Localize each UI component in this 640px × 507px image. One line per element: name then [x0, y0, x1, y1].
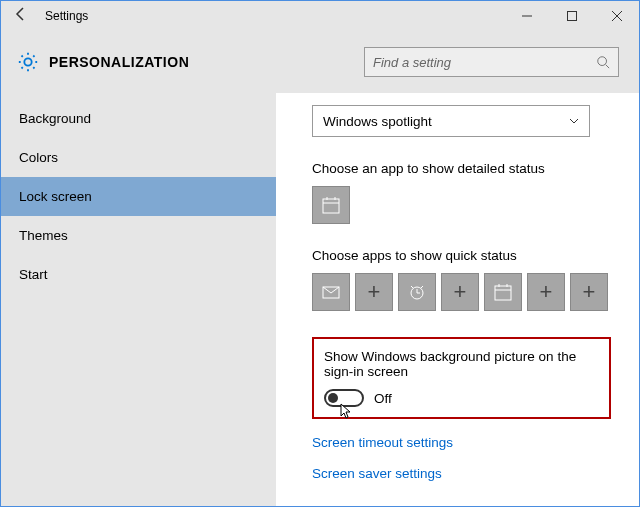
- search-placeholder: Find a setting: [373, 55, 596, 70]
- signin-toggle-label: Show Windows background picture on the s…: [324, 349, 597, 379]
- svg-rect-1: [567, 12, 576, 21]
- plus-icon: +: [540, 279, 553, 305]
- close-button[interactable]: [594, 1, 639, 31]
- minimize-button[interactable]: [504, 1, 549, 31]
- quick-status-add-1[interactable]: +: [355, 273, 393, 311]
- quick-status-app-mail[interactable]: [312, 273, 350, 311]
- screen-timeout-link[interactable]: Screen timeout settings: [312, 435, 611, 450]
- calendar-icon: [321, 195, 341, 215]
- svg-point-4: [598, 57, 607, 66]
- sidebar-item-start[interactable]: Start: [1, 255, 276, 294]
- alarm-icon: [407, 282, 427, 302]
- screen-saver-link[interactable]: Screen saver settings: [312, 466, 611, 481]
- quick-status-app-alarm[interactable]: [398, 273, 436, 311]
- chevron-down-icon: [569, 116, 579, 126]
- cursor-icon: [340, 403, 354, 421]
- sidebar: Background Colors Lock screen Themes Sta…: [1, 93, 276, 506]
- quick-status-app-calendar[interactable]: [484, 273, 522, 311]
- maximize-button[interactable]: [549, 1, 594, 31]
- svg-line-19: [411, 286, 413, 288]
- calendar-icon: [493, 282, 513, 302]
- svg-rect-6: [323, 199, 339, 213]
- detailed-status-label: Choose an app to show detailed status: [312, 161, 611, 176]
- svg-line-20: [421, 286, 423, 288]
- sidebar-item-themes[interactable]: Themes: [1, 216, 276, 255]
- search-input[interactable]: Find a setting: [364, 47, 619, 77]
- plus-icon: +: [583, 279, 596, 305]
- signin-toggle-value: Off: [374, 391, 392, 406]
- plus-icon: +: [454, 279, 467, 305]
- sidebar-item-background[interactable]: Background: [1, 99, 276, 138]
- plus-icon: +: [368, 279, 381, 305]
- back-button[interactable]: [1, 6, 41, 26]
- page-title: PERSONALIZATION: [49, 54, 364, 70]
- svg-rect-21: [495, 286, 511, 300]
- quick-status-add-3[interactable]: +: [527, 273, 565, 311]
- sidebar-item-lock-screen[interactable]: Lock screen: [1, 177, 276, 216]
- quick-status-label: Choose apps to show quick status: [312, 248, 611, 263]
- search-icon: [596, 55, 610, 69]
- quick-status-add-4[interactable]: +: [570, 273, 608, 311]
- gear-icon: [17, 51, 39, 73]
- highlight-box: Show Windows background picture on the s…: [312, 337, 611, 419]
- svg-line-5: [606, 65, 610, 69]
- mail-icon: [321, 282, 341, 302]
- sidebar-item-colors[interactable]: Colors: [1, 138, 276, 177]
- quick-status-add-2[interactable]: +: [441, 273, 479, 311]
- detailed-status-app-calendar[interactable]: [312, 186, 350, 224]
- dropdown-value: Windows spotlight: [323, 114, 569, 129]
- window-title: Settings: [41, 9, 504, 23]
- background-dropdown[interactable]: Windows spotlight: [312, 105, 590, 137]
